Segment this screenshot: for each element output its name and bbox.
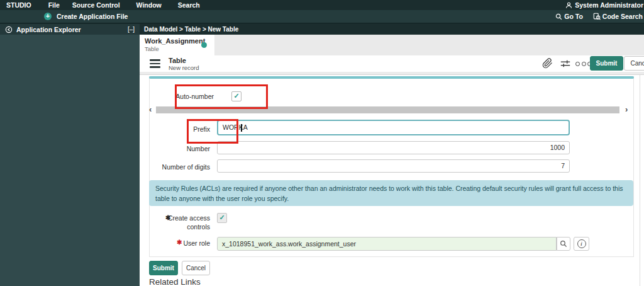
breadcrumb: Data Model > Table > New Table (140, 24, 644, 35)
studio-app-window: STUDIO File Source Control Window Search… (0, 0, 644, 286)
prefix-value: WORKA (223, 123, 248, 131)
scroll-right-icon[interactable]: › (625, 106, 628, 113)
record-header: Table New record Submit Cancel (140, 55, 644, 72)
info-icon: i (577, 239, 586, 248)
number-value: 1000 (550, 144, 565, 151)
text-caret (241, 124, 242, 132)
scroll-left-icon[interactable]: ‹ (149, 106, 152, 113)
user-role-value: x_1018951_work_ass.work_assignment_user (222, 240, 356, 248)
search-icon (555, 13, 562, 20)
header-submit-button[interactable]: Submit (590, 56, 623, 71)
application-explorer-title: Application Explorer (16, 26, 128, 33)
application-explorer-header: Application Explorer [–] (0, 24, 140, 35)
create-access-controls-label: Create access controls (148, 214, 210, 231)
auto-number-label: Auto-number (148, 92, 214, 101)
plus-circle-icon: + (44, 13, 52, 20)
menu-bar: STUDIO File Source Control Window Search… (0, 0, 644, 10)
number-input[interactable]: 1000 (217, 141, 570, 154)
magnifier-icon (560, 240, 567, 248)
application-explorer-panel: Application Explorer [–] (0, 24, 140, 286)
user-role-info-button[interactable]: i (574, 237, 589, 251)
tab-title: Work_Assignment (145, 37, 209, 45)
prefix-input[interactable]: WORKA (217, 120, 570, 135)
user-label: System Administrator (575, 1, 643, 9)
tab-strip: Work_Assignment Table (140, 35, 644, 55)
menu-window[interactable]: Window (136, 1, 162, 9)
related-links-heading: Related Links (149, 277, 201, 286)
security-rules-notice: Security Rules (ACLs) are required if an… (149, 180, 633, 206)
menu-studio[interactable]: STUDIO (6, 1, 31, 9)
user-role-label: User role (148, 239, 210, 248)
code-search-icon (593, 13, 601, 20)
tab-work-assignment[interactable]: Work_Assignment Table (140, 35, 214, 55)
form-body: Auto-number ✓ ‹ › Prefix WORKA Number 10… (140, 75, 644, 286)
tab-subtitle: Table (145, 45, 209, 52)
submit-button[interactable]: Submit (149, 261, 178, 275)
user-role-input[interactable]: x_1018951_work_ass.work_assignment_user (217, 237, 557, 251)
checkmark-icon: ✓ (233, 92, 239, 100)
main-area: Data Model > Table > New Table Work_Assi… (140, 24, 644, 286)
create-access-controls-checkbox[interactable]: ✓ (217, 213, 227, 223)
collapse-panel-button[interactable]: [–] (128, 26, 135, 33)
personalize-form-sliders-icon[interactable] (560, 58, 571, 69)
unsaved-dot-icon (201, 42, 207, 48)
checkmark-icon: ✓ (219, 214, 225, 221)
cancel-button[interactable]: Cancel (182, 261, 210, 275)
menu-search[interactable]: Search (178, 1, 200, 9)
number-of-digits-input[interactable]: 7 (217, 159, 570, 173)
prefix-label: Prefix (148, 125, 210, 134)
record-subtitle: New record (169, 64, 199, 71)
code-search-label: Code Search (602, 13, 643, 20)
circle-arrow-icon[interactable] (5, 26, 13, 33)
number-of-digits-value: 7 (561, 162, 565, 169)
header-cancel-button[interactable]: Cancel (624, 56, 644, 71)
number-label: Number (148, 144, 210, 153)
user-role-lookup-button[interactable] (557, 237, 570, 251)
number-of-digits-label: Number of digits (148, 163, 210, 171)
menu-source-control[interactable]: Source Control (72, 1, 120, 9)
studio-toolbar: + Create Application File Go To Cod (0, 10, 644, 24)
form-section-top-border (149, 76, 634, 79)
code-search-button[interactable]: Code Search (593, 13, 643, 20)
go-to-button[interactable]: Go To (555, 13, 583, 20)
go-to-label: Go To (564, 13, 583, 20)
menu-file[interactable]: File (48, 1, 60, 9)
record-title: Table (169, 57, 186, 64)
create-application-file-button[interactable]: Create Application File (57, 13, 128, 20)
auto-number-checkbox[interactable]: ✓ (231, 91, 242, 101)
form-context-menu-icon[interactable] (150, 59, 160, 68)
horizontal-scrollbar[interactable] (156, 106, 619, 113)
right-panel-divider (640, 75, 640, 286)
attachment-paperclip-icon[interactable] (542, 58, 553, 69)
user-menu[interactable]: System Administrator (565, 0, 644, 10)
user-icon (565, 2, 572, 9)
